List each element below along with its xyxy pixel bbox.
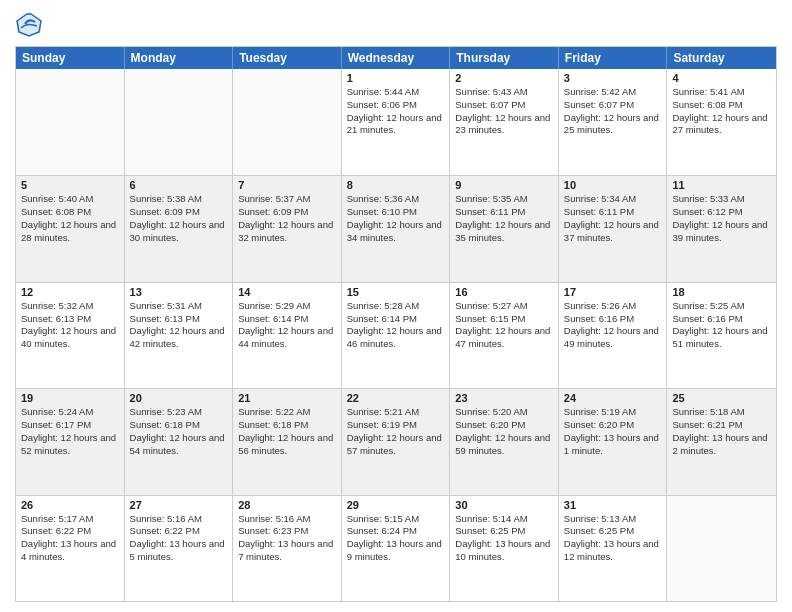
- weekday-header-thursday: Thursday: [450, 47, 559, 69]
- cell-info: Sunrise: 5:35 AMSunset: 6:11 PMDaylight:…: [455, 193, 553, 244]
- cell-info: Sunrise: 5:16 AMSunset: 6:22 PMDaylight:…: [130, 513, 228, 564]
- cell-info: Sunrise: 5:28 AMSunset: 6:14 PMDaylight:…: [347, 300, 445, 351]
- day-number: 18: [672, 286, 771, 298]
- cell-info: Sunrise: 5:17 AMSunset: 6:22 PMDaylight:…: [21, 513, 119, 564]
- calendar-cell: 11Sunrise: 5:33 AMSunset: 6:12 PMDayligh…: [667, 176, 776, 281]
- calendar-header: SundayMondayTuesdayWednesdayThursdayFrid…: [16, 47, 776, 69]
- calendar-cell: 5Sunrise: 5:40 AMSunset: 6:08 PMDaylight…: [16, 176, 125, 281]
- cell-info: Sunrise: 5:42 AMSunset: 6:07 PMDaylight:…: [564, 86, 662, 137]
- cell-info: Sunrise: 5:43 AMSunset: 6:07 PMDaylight:…: [455, 86, 553, 137]
- day-number: 14: [238, 286, 336, 298]
- calendar-cell: [667, 496, 776, 601]
- cell-info: Sunrise: 5:26 AMSunset: 6:16 PMDaylight:…: [564, 300, 662, 351]
- calendar-cell: 16Sunrise: 5:27 AMSunset: 6:15 PMDayligh…: [450, 283, 559, 388]
- calendar-cell: 18Sunrise: 5:25 AMSunset: 6:16 PMDayligh…: [667, 283, 776, 388]
- calendar-row-3: 12Sunrise: 5:32 AMSunset: 6:13 PMDayligh…: [16, 282, 776, 388]
- calendar-cell: 14Sunrise: 5:29 AMSunset: 6:14 PMDayligh…: [233, 283, 342, 388]
- calendar-cell: [233, 69, 342, 175]
- calendar-cell: 31Sunrise: 5:13 AMSunset: 6:25 PMDayligh…: [559, 496, 668, 601]
- calendar-cell: 12Sunrise: 5:32 AMSunset: 6:13 PMDayligh…: [16, 283, 125, 388]
- calendar-cell: 26Sunrise: 5:17 AMSunset: 6:22 PMDayligh…: [16, 496, 125, 601]
- cell-info: Sunrise: 5:13 AMSunset: 6:25 PMDaylight:…: [564, 513, 662, 564]
- day-number: 5: [21, 179, 119, 191]
- calendar-cell: [16, 69, 125, 175]
- calendar-row-1: 1Sunrise: 5:44 AMSunset: 6:06 PMDaylight…: [16, 69, 776, 175]
- day-number: 15: [347, 286, 445, 298]
- cell-info: Sunrise: 5:25 AMSunset: 6:16 PMDaylight:…: [672, 300, 771, 351]
- calendar-cell: 9Sunrise: 5:35 AMSunset: 6:11 PMDaylight…: [450, 176, 559, 281]
- calendar-cell: 1Sunrise: 5:44 AMSunset: 6:06 PMDaylight…: [342, 69, 451, 175]
- calendar-page: SundayMondayTuesdayWednesdayThursdayFrid…: [0, 0, 792, 612]
- calendar-cell: 8Sunrise: 5:36 AMSunset: 6:10 PMDaylight…: [342, 176, 451, 281]
- calendar-cell: 25Sunrise: 5:18 AMSunset: 6:21 PMDayligh…: [667, 389, 776, 494]
- calendar-row-4: 19Sunrise: 5:24 AMSunset: 6:17 PMDayligh…: [16, 388, 776, 494]
- cell-info: Sunrise: 5:44 AMSunset: 6:06 PMDaylight:…: [347, 86, 445, 137]
- day-number: 1: [347, 72, 445, 84]
- calendar-cell: 22Sunrise: 5:21 AMSunset: 6:19 PMDayligh…: [342, 389, 451, 494]
- calendar-cell: 7Sunrise: 5:37 AMSunset: 6:09 PMDaylight…: [233, 176, 342, 281]
- logo-icon: [15, 10, 43, 38]
- day-number: 31: [564, 499, 662, 511]
- cell-info: Sunrise: 5:31 AMSunset: 6:13 PMDaylight:…: [130, 300, 228, 351]
- calendar: SundayMondayTuesdayWednesdayThursdayFrid…: [15, 46, 777, 602]
- day-number: 12: [21, 286, 119, 298]
- cell-info: Sunrise: 5:21 AMSunset: 6:19 PMDaylight:…: [347, 406, 445, 457]
- day-number: 17: [564, 286, 662, 298]
- calendar-cell: 23Sunrise: 5:20 AMSunset: 6:20 PMDayligh…: [450, 389, 559, 494]
- cell-info: Sunrise: 5:32 AMSunset: 6:13 PMDaylight:…: [21, 300, 119, 351]
- page-header: [15, 10, 777, 38]
- day-number: 28: [238, 499, 336, 511]
- calendar-cell: 2Sunrise: 5:43 AMSunset: 6:07 PMDaylight…: [450, 69, 559, 175]
- day-number: 26: [21, 499, 119, 511]
- day-number: 30: [455, 499, 553, 511]
- cell-info: Sunrise: 5:33 AMSunset: 6:12 PMDaylight:…: [672, 193, 771, 244]
- day-number: 16: [455, 286, 553, 298]
- day-number: 7: [238, 179, 336, 191]
- weekday-header-monday: Monday: [125, 47, 234, 69]
- day-number: 4: [672, 72, 771, 84]
- weekday-header-sunday: Sunday: [16, 47, 125, 69]
- calendar-cell: 28Sunrise: 5:16 AMSunset: 6:23 PMDayligh…: [233, 496, 342, 601]
- cell-info: Sunrise: 5:24 AMSunset: 6:17 PMDaylight:…: [21, 406, 119, 457]
- cell-info: Sunrise: 5:37 AMSunset: 6:09 PMDaylight:…: [238, 193, 336, 244]
- weekday-header-wednesday: Wednesday: [342, 47, 451, 69]
- cell-info: Sunrise: 5:23 AMSunset: 6:18 PMDaylight:…: [130, 406, 228, 457]
- day-number: 10: [564, 179, 662, 191]
- cell-info: Sunrise: 5:29 AMSunset: 6:14 PMDaylight:…: [238, 300, 336, 351]
- calendar-cell: 10Sunrise: 5:34 AMSunset: 6:11 PMDayligh…: [559, 176, 668, 281]
- calendar-cell: 29Sunrise: 5:15 AMSunset: 6:24 PMDayligh…: [342, 496, 451, 601]
- calendar-cell: 3Sunrise: 5:42 AMSunset: 6:07 PMDaylight…: [559, 69, 668, 175]
- calendar-row-5: 26Sunrise: 5:17 AMSunset: 6:22 PMDayligh…: [16, 495, 776, 601]
- calendar-row-2: 5Sunrise: 5:40 AMSunset: 6:08 PMDaylight…: [16, 175, 776, 281]
- calendar-cell: 4Sunrise: 5:41 AMSunset: 6:08 PMDaylight…: [667, 69, 776, 175]
- calendar-cell: 20Sunrise: 5:23 AMSunset: 6:18 PMDayligh…: [125, 389, 234, 494]
- day-number: 3: [564, 72, 662, 84]
- day-number: 23: [455, 392, 553, 404]
- cell-info: Sunrise: 5:40 AMSunset: 6:08 PMDaylight:…: [21, 193, 119, 244]
- calendar-cell: [125, 69, 234, 175]
- cell-info: Sunrise: 5:15 AMSunset: 6:24 PMDaylight:…: [347, 513, 445, 564]
- calendar-cell: 30Sunrise: 5:14 AMSunset: 6:25 PMDayligh…: [450, 496, 559, 601]
- day-number: 6: [130, 179, 228, 191]
- cell-info: Sunrise: 5:36 AMSunset: 6:10 PMDaylight:…: [347, 193, 445, 244]
- day-number: 25: [672, 392, 771, 404]
- cell-info: Sunrise: 5:19 AMSunset: 6:20 PMDaylight:…: [564, 406, 662, 457]
- day-number: 2: [455, 72, 553, 84]
- calendar-cell: 13Sunrise: 5:31 AMSunset: 6:13 PMDayligh…: [125, 283, 234, 388]
- calendar-body: 1Sunrise: 5:44 AMSunset: 6:06 PMDaylight…: [16, 69, 776, 601]
- day-number: 13: [130, 286, 228, 298]
- calendar-cell: 17Sunrise: 5:26 AMSunset: 6:16 PMDayligh…: [559, 283, 668, 388]
- calendar-cell: 19Sunrise: 5:24 AMSunset: 6:17 PMDayligh…: [16, 389, 125, 494]
- cell-info: Sunrise: 5:38 AMSunset: 6:09 PMDaylight:…: [130, 193, 228, 244]
- calendar-cell: 6Sunrise: 5:38 AMSunset: 6:09 PMDaylight…: [125, 176, 234, 281]
- calendar-cell: 15Sunrise: 5:28 AMSunset: 6:14 PMDayligh…: [342, 283, 451, 388]
- calendar-cell: 24Sunrise: 5:19 AMSunset: 6:20 PMDayligh…: [559, 389, 668, 494]
- cell-info: Sunrise: 5:41 AMSunset: 6:08 PMDaylight:…: [672, 86, 771, 137]
- day-number: 27: [130, 499, 228, 511]
- calendar-cell: 21Sunrise: 5:22 AMSunset: 6:18 PMDayligh…: [233, 389, 342, 494]
- cell-info: Sunrise: 5:20 AMSunset: 6:20 PMDaylight:…: [455, 406, 553, 457]
- day-number: 22: [347, 392, 445, 404]
- day-number: 8: [347, 179, 445, 191]
- day-number: 29: [347, 499, 445, 511]
- day-number: 11: [672, 179, 771, 191]
